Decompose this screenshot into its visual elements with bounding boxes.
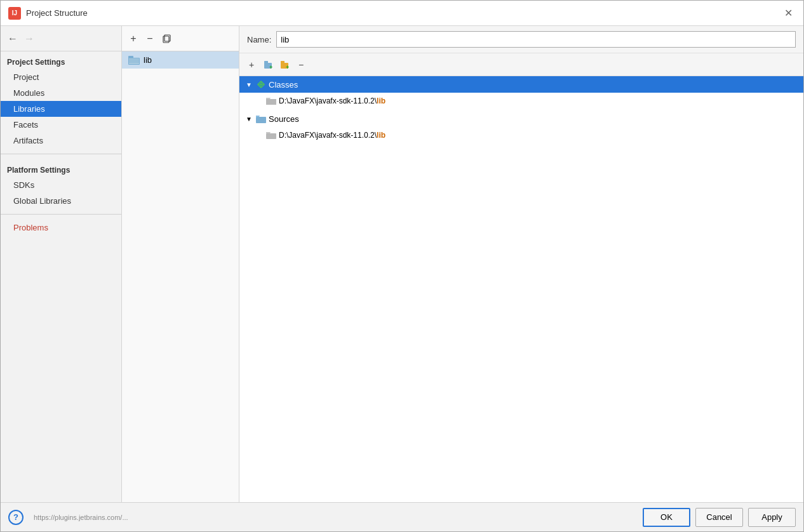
svg-rect-12 <box>281 61 285 63</box>
svg-rect-18 <box>256 117 266 123</box>
tree-remove-button[interactable]: − <box>294 58 308 72</box>
copy-icon <box>161 34 171 44</box>
action-buttons: OK Cancel Apply <box>643 508 796 527</box>
nav-toolbar: ← → <box>1 26 121 51</box>
sidebar-item-libraries[interactable]: Libraries <box>1 101 121 117</box>
project-settings-header: Project Settings <box>1 51 121 69</box>
classes-svg-icon <box>257 80 265 89</box>
sidebar-item-modules[interactable]: Modules <box>1 85 121 101</box>
classes-label: Classes <box>269 80 298 90</box>
divider-2 <box>1 214 121 215</box>
sources-path-label: D:\JavaFX\javafx-sdk-11.0.2\lib <box>279 131 385 140</box>
cancel-button[interactable]: Cancel <box>695 508 743 527</box>
remove-library-button[interactable]: − <box>142 31 157 46</box>
sidebar-item-project[interactable]: Project <box>1 69 121 85</box>
sources-label: Sources <box>269 114 299 124</box>
sources-icon <box>256 114 266 124</box>
tree-toolbar: + + + − <box>239 53 803 76</box>
tree-row-classes-path[interactable]: D:\JavaFX\javafx-sdk-11.0.2\lib <box>239 93 803 109</box>
tree-row-sources[interactable]: ▼ Sources <box>239 110 803 127</box>
add-library-button[interactable]: + <box>126 31 141 46</box>
sidebar-item-sdks[interactable]: SDKs <box>1 177 121 193</box>
sidebar-item-facets[interactable]: Facets <box>1 117 121 133</box>
back-button[interactable]: ← <box>6 32 20 46</box>
svg-rect-19 <box>266 133 276 139</box>
left-panel: ← → Project Settings Project Modules Lib… <box>1 26 122 502</box>
folder-closed-icon <box>266 97 276 105</box>
svg-rect-4 <box>129 58 139 64</box>
classes-path-label: D:\JavaFX\javafx-sdk-11.0.2\lib <box>279 96 385 105</box>
bottom-bar: ? https://plugins.jetbrains.com/... OK C… <box>1 502 803 531</box>
name-row: Name: <box>239 26 803 53</box>
tree-add-button[interactable]: + <box>245 58 258 72</box>
ok-button[interactable]: OK <box>643 508 690 527</box>
middle-toolbar: + − <box>122 26 239 51</box>
tree-add-special2-button[interactable]: + <box>278 58 291 72</box>
sources-path-highlight: lib <box>377 131 385 140</box>
add-special1-icon: + <box>263 60 273 70</box>
tree-row-sources-path[interactable]: D:\JavaFX\javafx-sdk-11.0.2\lib <box>239 127 803 143</box>
classes-path-highlight: lib <box>377 96 385 105</box>
status-url: https://plugins.jetbrains.com/... <box>23 514 643 521</box>
add-special2-icon: + <box>279 60 290 70</box>
classes-path-bold: D:\JavaFX\javafx-sdk-11.0.2\ <box>279 96 377 105</box>
help-button[interactable]: ? <box>8 510 23 525</box>
copy-library-button[interactable] <box>159 31 174 46</box>
svg-rect-17 <box>266 99 276 105</box>
right-panel: Name: + + + <box>239 26 803 502</box>
sidebar-item-problems[interactable]: Problems <box>1 220 121 236</box>
classes-icon <box>256 79 266 90</box>
dialog-title: Project Structure <box>26 8 88 18</box>
sources-toggle[interactable]: ▼ <box>245 114 253 123</box>
sources-path-folder-icon <box>266 130 276 140</box>
library-item-lib[interactable]: lib <box>122 51 239 69</box>
sources-folder-icon <box>256 115 266 123</box>
classes-path-folder-icon <box>266 96 276 106</box>
sidebar-item-global-libraries[interactable]: Global Libraries <box>1 193 121 209</box>
library-icon <box>128 56 140 65</box>
folder-closed2-icon <box>266 131 276 140</box>
classes-toggle[interactable]: ▼ <box>245 80 253 89</box>
middle-panel: + − lib <box>122 26 239 502</box>
name-label: Name: <box>247 35 271 44</box>
app-icon: IJ <box>8 7 21 20</box>
tree-area: ▼ Classes <box>239 76 803 502</box>
svg-text:+: + <box>269 64 272 70</box>
apply-button[interactable]: Apply <box>748 508 796 527</box>
main-content: ← → Project Settings Project Modules Lib… <box>1 26 803 502</box>
sidebar-item-artifacts[interactable]: Artifacts <box>1 133 121 149</box>
tree-row-classes[interactable]: ▼ Classes <box>239 76 803 93</box>
project-structure-dialog: IJ Project Structure ✕ ← → Project Setti… <box>0 0 804 532</box>
svg-rect-9 <box>264 61 268 63</box>
tree-add-special1-button[interactable]: + <box>261 58 275 72</box>
svg-text:+: + <box>286 64 289 70</box>
divider-1 <box>1 154 121 154</box>
library-name-input[interactable] <box>276 31 796 48</box>
close-button[interactable]: ✕ <box>781 6 796 21</box>
sources-path-text: D:\JavaFX\javafx-sdk-11.0.2\ <box>279 131 377 140</box>
library-item-name: lib <box>144 55 152 65</box>
platform-settings-header: Platform Settings <box>1 159 121 177</box>
title-bar-left: IJ Project Structure <box>8 7 88 20</box>
forward-button[interactable]: → <box>22 32 36 46</box>
title-bar: IJ Project Structure ✕ <box>1 1 803 26</box>
